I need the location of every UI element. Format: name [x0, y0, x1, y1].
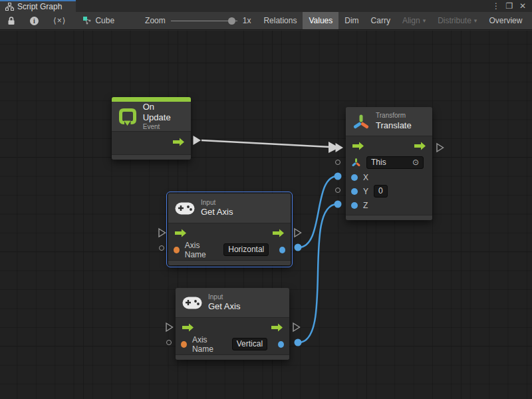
axis-name-label: Axis Name: [185, 241, 219, 259]
axis-name-input-port[interactable]: [181, 341, 187, 348]
transform-port-icon[interactable]: [351, 158, 361, 168]
ext-flow-out-translate[interactable]: [436, 142, 445, 153]
wire-horizontal-to-x[interactable]: [299, 176, 337, 247]
y-input-port[interactable]: [351, 188, 358, 195]
graph-toolbar: i ⟨×⟩ Cube Zoom 1x Relations: [0, 12, 532, 30]
axis-name-row: Axis Name Horizontal: [168, 242, 291, 257]
node-header[interactable]: Transform Translate: [346, 107, 432, 136]
flow-in-port[interactable]: [181, 323, 195, 332]
node-get-axis-horizontal[interactable]: Input Get Axis Axis Name Horizontal: [168, 194, 291, 265]
flow-out-port[interactable]: [271, 229, 285, 237]
ext-this-port[interactable]: [335, 160, 340, 165]
node-kicker: Transform: [376, 112, 412, 120]
ext-value-out-h-connected[interactable]: [295, 244, 302, 251]
ext-axis-name-port-h[interactable]: [159, 245, 164, 251]
graph-hierarchy-icon: [5, 3, 14, 11]
this-target-field[interactable]: This ⊙: [366, 156, 424, 169]
value-output-port[interactable]: [279, 247, 285, 253]
ext-flow-in-get-axis-v[interactable]: [165, 322, 174, 332]
flow-row: [168, 223, 291, 242]
object-picker-icon[interactable]: ⊙: [412, 158, 419, 168]
node-header[interactable]: On Update Event: [112, 102, 191, 132]
toolbar-button-values[interactable]: Values: [303, 12, 338, 29]
target-row: This ⊙: [346, 155, 432, 170]
breadcrumb[interactable]: Cube: [76, 12, 121, 29]
axis-name-field[interactable]: Horizontal: [223, 243, 269, 256]
tab-script-graph[interactable]: Script Graph: [0, 0, 76, 12]
title-bar: Script Graph ⋮ ❐ ✕: [0, 0, 532, 12]
zoom-value: 1x: [243, 16, 251, 25]
info-button[interactable]: i: [23, 12, 46, 29]
x-input-port[interactable]: [351, 174, 358, 181]
flow-out-port[interactable]: [270, 323, 284, 332]
wire-flow[interactable]: [201, 140, 330, 147]
node-footer: [112, 154, 191, 160]
ext-flow-out-get-axis-v[interactable]: [292, 322, 301, 332]
close-icon[interactable]: ✕: [517, 1, 528, 11]
y-value-field[interactable]: 0: [374, 185, 388, 198]
axis-name-input-port[interactable]: [174, 247, 180, 253]
node-header[interactable]: Input Get Axis: [176, 288, 289, 318]
port-label-z: Z: [363, 201, 368, 210]
node-title: Get Axis: [201, 207, 233, 217]
toolbar-button-overview[interactable]: Overview: [483, 12, 528, 29]
port-row-y: Y 0: [346, 184, 432, 198]
zoom-slider-track[interactable]: [171, 21, 237, 22]
node-on-update[interactable]: On Update Event: [112, 97, 191, 160]
ext-flow-in-translate[interactable]: [334, 142, 344, 154]
info-icon: i: [30, 17, 39, 25]
flow-out-port[interactable]: [172, 138, 186, 146]
node-footer: [168, 260, 291, 265]
port-row-z: Z: [346, 198, 432, 212]
value-output-port[interactable]: [278, 341, 284, 348]
zoom-control: Zoom 1x: [138, 12, 257, 29]
flow-in-port[interactable]: [351, 142, 365, 150]
ext-axis-name-port-v[interactable]: [166, 340, 172, 345]
zoom-slider-handle[interactable]: [228, 17, 235, 25]
toolbar-button-fullscreen[interactable]: Full Screen: [528, 12, 532, 29]
node-title: Get Axis: [208, 301, 240, 312]
flow-row: [346, 136, 432, 155]
node-get-axis-vertical[interactable]: Input Get Axis Axis Name Vertical: [176, 288, 289, 360]
gamepad-icon: [182, 297, 202, 309]
toolbar-button-align[interactable]: Align ▾: [396, 12, 432, 29]
graph-canvas[interactable]: On Update Event: [0, 31, 532, 399]
node-footer: [346, 215, 432, 220]
ext-flow-out-on-update[interactable]: [192, 135, 202, 146]
gamepad-icon: [175, 202, 195, 215]
axis-name-field[interactable]: Vertical: [232, 338, 267, 350]
wire-vertical-to-z[interactable]: [299, 204, 337, 342]
z-input-port[interactable]: [351, 202, 358, 209]
toolbar-button-carry[interactable]: Carry: [365, 12, 396, 29]
breadcrumb-label: Cube: [95, 16, 114, 25]
flow-in-port[interactable]: [174, 229, 188, 237]
port-label-y: Y: [363, 187, 368, 196]
code-icon: ⟨×⟩: [53, 16, 66, 25]
ext-y-port[interactable]: [335, 188, 340, 193]
ext-x-port-connected[interactable]: [334, 173, 342, 180]
toolbar-button-relations[interactable]: Relations: [257, 12, 303, 29]
ext-z-port-connected[interactable]: [334, 201, 342, 208]
port-label-x: X: [363, 173, 368, 182]
flow-out-port[interactable]: [413, 142, 427, 150]
node-footer: [176, 354, 289, 360]
zoom-label: Zoom: [145, 16, 166, 25]
tab-title: Script Graph: [17, 2, 62, 11]
zoom-slider[interactable]: [171, 12, 237, 30]
window-menu-icon[interactable]: ⋮: [491, 1, 501, 11]
axis-name-row: Axis Name Vertical: [176, 336, 289, 352]
ext-flow-out-get-axis-h[interactable]: [293, 227, 303, 238]
lock-button[interactable]: [0, 12, 23, 29]
axis-name-label: Axis Name: [192, 335, 227, 354]
ext-value-out-v-connected[interactable]: [295, 339, 302, 346]
ext-flow-in-get-axis-h[interactable]: [158, 227, 167, 238]
update-loop-icon: [118, 108, 137, 126]
transform-icon: [352, 113, 370, 130]
maximize-icon[interactable]: ❐: [504, 1, 515, 11]
node-header[interactable]: Input Get Axis: [168, 194, 291, 223]
node-kicker: Input: [201, 199, 233, 207]
code-view-button[interactable]: ⟨×⟩: [46, 12, 73, 29]
toolbar-button-dim[interactable]: Dim: [338, 12, 364, 29]
node-translate[interactable]: Transform Translate: [346, 107, 432, 220]
toolbar-button-distribute[interactable]: Distribute ▾: [432, 12, 483, 29]
